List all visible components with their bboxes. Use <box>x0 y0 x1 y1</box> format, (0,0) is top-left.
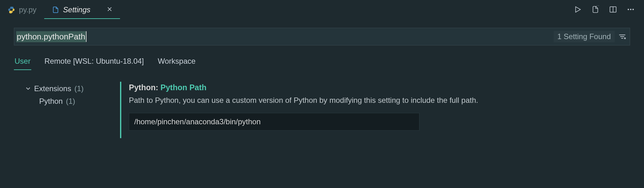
setting-title-prefix: Python: <box>129 83 160 92</box>
tab-bar: py.py Settings <box>0 0 644 19</box>
scope-tab-remote[interactable]: Remote [WSL: Ubuntu-18.04] <box>44 55 145 70</box>
tree-item-python[interactable]: Python (1) <box>25 95 120 108</box>
settings-file-icon <box>52 6 59 14</box>
tree-item-count: (1) <box>66 97 75 106</box>
text-cursor <box>86 31 87 42</box>
python-file-icon <box>8 6 15 14</box>
tab-py[interactable]: py.py <box>0 0 44 19</box>
tree-group-count: (1) <box>74 84 83 93</box>
setting-value-input[interactable] <box>129 113 419 131</box>
svg-point-5 <box>628 9 629 10</box>
svg-point-7 <box>632 9 634 10</box>
run-icon[interactable] <box>573 5 582 14</box>
svg-point-6 <box>630 9 631 10</box>
setting-title: Python: Python Path <box>129 83 505 92</box>
settings-tree: Extensions (1) Python (1) <box>0 77 120 138</box>
tab-settings[interactable]: Settings <box>44 0 120 19</box>
scope-tab-user[interactable]: User <box>14 55 31 70</box>
setting-title-highlight: Python Path <box>160 83 207 92</box>
chevron-down-icon <box>25 84 31 93</box>
settings-body: Extensions (1) Python (1) Python: Python… <box>0 77 644 138</box>
setting-description: Path to Python, you can use a custom ver… <box>129 95 505 106</box>
tab-py-label: py.py <box>19 5 37 14</box>
open-json-icon[interactable] <box>591 5 600 14</box>
close-icon[interactable] <box>107 6 112 14</box>
settings-content: Python: Python Path Path to Python, you … <box>120 77 644 138</box>
setting-python-path: Python: Python Path Path to Python, you … <box>120 82 505 138</box>
split-editor-icon[interactable] <box>609 5 617 14</box>
tree-item-label: Python <box>39 97 63 106</box>
svg-marker-2 <box>576 7 581 12</box>
tree-group-extensions[interactable]: Extensions (1) <box>25 82 120 95</box>
tree-group-label: Extensions <box>34 84 71 93</box>
filter-icon[interactable] <box>618 32 627 41</box>
tab-settings-label: Settings <box>63 5 91 14</box>
search-input-wrap[interactable]: python.pythonPath <box>16 31 554 42</box>
more-actions-icon[interactable] <box>626 5 635 14</box>
settings-search: python.pythonPath 1 Setting Found <box>14 28 630 45</box>
editor-actions <box>573 0 644 19</box>
search-input-text: python.pythonPath <box>16 31 86 42</box>
search-result-count: 1 Setting Found <box>554 31 615 42</box>
scope-tabs: User Remote [WSL: Ubuntu-18.04] Workspac… <box>14 55 630 70</box>
scope-tab-workspace[interactable]: Workspace <box>157 55 196 70</box>
